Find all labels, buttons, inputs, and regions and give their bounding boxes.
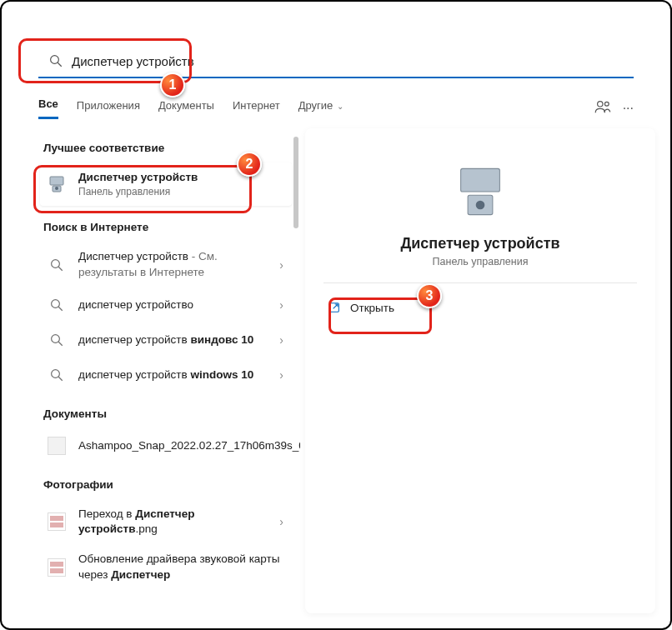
chevron-right-icon: › [279, 298, 283, 312]
svg-point-2 [597, 102, 602, 107]
content-area: Лучшее соответствие Диспетчер устройств … [17, 128, 655, 613]
search-bar[interactable] [38, 45, 634, 78]
svg-point-6 [55, 187, 58, 190]
detail-subtitle: Панель управления [322, 256, 639, 268]
device-manager-large-icon [452, 163, 509, 220]
chevron-right-icon: › [279, 333, 283, 347]
svg-rect-15 [461, 168, 500, 192]
svg-point-11 [52, 334, 60, 342]
svg-point-17 [476, 201, 485, 210]
image-thumb-icon [47, 558, 67, 578]
svg-point-7 [52, 259, 60, 268]
divider [323, 282, 637, 283]
search-icon [47, 365, 67, 385]
search-icon [47, 330, 67, 350]
search-icon [47, 295, 67, 315]
best-match-subtitle: Панель управления [78, 185, 283, 198]
chevron-right-icon: › [279, 515, 283, 528]
chevron-down-icon: ⌄ [334, 102, 344, 111]
svg-line-8 [58, 267, 63, 271]
svg-line-10 [58, 307, 63, 311]
more-icon[interactable]: ··· [623, 101, 634, 116]
search-icon [48, 53, 63, 68]
photo-result-0[interactable]: Переход в Диспетчер устройств.png › [40, 499, 292, 544]
section-documents: Документы [43, 408, 292, 420]
section-photos: Фотографии [43, 478, 292, 491]
web-result-0[interactable]: Диспетчер устройств - См. результаты в И… [40, 242, 292, 287]
open-external-icon [327, 300, 342, 315]
details-panel: Диспетчер устройств Панель управления От… [305, 128, 655, 613]
best-match-result[interactable]: Диспетчер устройств Панель управления [40, 162, 292, 206]
photo-result-1[interactable]: Обновление драйвера звуковой карты через… [40, 544, 292, 589]
chevron-right-icon: › [279, 368, 283, 382]
svg-point-9 [52, 299, 60, 308]
web-result-2[interactable]: диспетчер устройств виндовс 10 › [40, 322, 292, 358]
detail-title: Диспетчер устройств [322, 235, 639, 252]
svg-line-12 [58, 342, 63, 346]
tab-documents[interactable]: Документы [158, 99, 214, 118]
section-web: Поиск в Интернете [43, 221, 292, 233]
web-result-3[interactable]: диспетчер устройств windows 10 › [40, 358, 292, 392]
tab-apps[interactable]: Приложения [77, 99, 140, 118]
open-label: Открыть [350, 302, 394, 314]
svg-line-1 [58, 62, 62, 67]
chevron-right-icon: › [279, 258, 283, 272]
search-input[interactable] [72, 54, 627, 68]
device-manager-icon [47, 174, 67, 194]
document-thumb-icon [47, 436, 67, 456]
account-icon[interactable] [594, 100, 611, 117]
open-action[interactable]: Открыть [322, 292, 639, 323]
svg-point-3 [604, 102, 609, 106]
svg-point-0 [51, 56, 59, 64]
search-icon [47, 255, 67, 275]
tab-other[interactable]: Другие ⌄ [298, 99, 344, 118]
tab-internet[interactable]: Интернет [233, 99, 280, 118]
filter-tabs: Все Приложения Документы Интернет Другие… [38, 98, 634, 119]
tab-all[interactable]: Все [38, 98, 58, 119]
scrollbar-thumb[interactable] [293, 137, 298, 228]
svg-line-14 [58, 377, 63, 381]
svg-rect-4 [50, 177, 63, 185]
image-thumb-icon [47, 512, 67, 532]
section-best-match: Лучшее соответствие [43, 142, 292, 154]
best-match-title: Диспетчер устройств [78, 170, 283, 185]
results-panel: Лучшее соответствие Диспетчер устройств … [17, 128, 300, 613]
web-result-1[interactable]: диспетчер устройство › [40, 288, 292, 322]
svg-point-13 [52, 369, 60, 378]
doc-result-0[interactable]: Ashampoo_Snap_2022.02.27_17h06m39s_031_Д… [40, 428, 292, 463]
